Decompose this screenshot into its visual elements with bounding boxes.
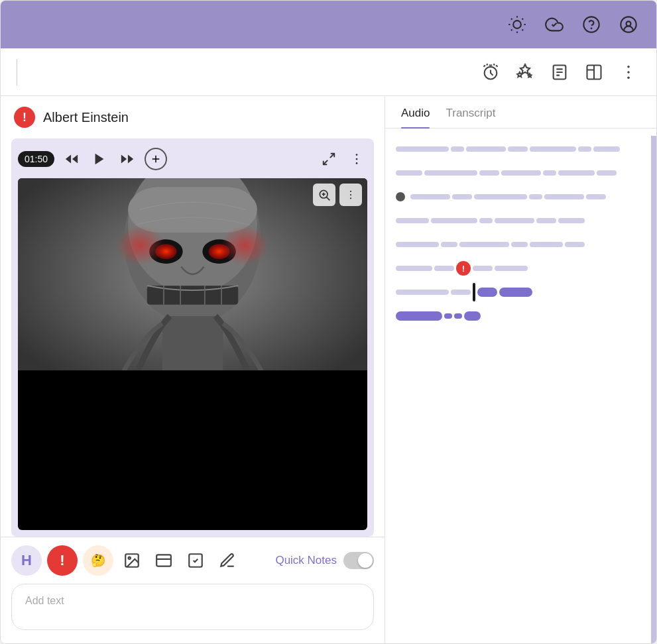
waveform-row: [396, 166, 643, 180]
layout-icon[interactable]: [582, 60, 606, 84]
play-button[interactable]: [89, 148, 110, 170]
app-container: ! Albert Einstein 01:50: [0, 0, 657, 644]
more-options-button[interactable]: [346, 148, 367, 170]
video-header: ! Albert Einstein: [1, 96, 385, 138]
svg-point-9: [583, 17, 599, 32]
zoom-button[interactable]: [313, 184, 335, 206]
wf-bar: [479, 170, 499, 176]
waveform-dot: [396, 192, 405, 201]
svg-line-3: [511, 19, 512, 20]
timer-icon[interactable]: [479, 60, 503, 84]
right-scrollbar-thumb[interactable]: [651, 136, 656, 643]
rewind-button[interactable]: [61, 148, 82, 170]
wf-bar: [511, 242, 528, 247]
tag-error-button[interactable]: !: [47, 545, 78, 576]
player-controls: 01:50: [18, 145, 367, 173]
video-thumbnail: [18, 178, 367, 370]
add-text-input[interactable]: [11, 584, 374, 630]
waveform-bars: [396, 283, 643, 301]
wf-bar-purple: [477, 288, 497, 297]
pen-tool-button[interactable]: [214, 547, 241, 574]
svg-rect-39: [147, 286, 238, 305]
wf-bar: [396, 170, 422, 176]
svg-line-26: [330, 154, 334, 158]
wf-bar: [565, 242, 585, 247]
wf-bar: [495, 266, 528, 271]
checkbox-tool-button[interactable]: [182, 547, 209, 574]
svg-point-36: [202, 239, 235, 264]
wf-bar: [396, 242, 439, 247]
video-more-button[interactable]: [339, 184, 362, 206]
svg-point-11: [621, 17, 636, 32]
expand-button[interactable]: [318, 148, 339, 170]
svg-line-7: [511, 29, 512, 30]
wf-bar: [473, 266, 493, 271]
svg-point-22: [627, 76, 630, 79]
svg-point-35: [149, 239, 182, 264]
toolbar-divider: [17, 59, 17, 85]
waveform-bars: [396, 170, 643, 176]
svg-line-4: [522, 29, 523, 30]
wf-bar: [597, 170, 617, 176]
wf-bar: [441, 242, 457, 247]
wf-bar: [396, 266, 432, 271]
wf-bar: [558, 218, 585, 223]
cloud-check-icon[interactable]: [542, 13, 566, 36]
svg-point-29: [356, 158, 358, 160]
image-tool-button[interactable]: [119, 547, 145, 574]
waveform-bars: !: [396, 261, 643, 276]
tab-transcript[interactable]: Transcript: [446, 107, 495, 128]
panel-tabs: Audio Transcript: [385, 96, 656, 129]
wf-bar: [543, 170, 556, 176]
card-tool-button[interactable]: [150, 547, 177, 574]
player-area: 01:50: [11, 138, 374, 537]
video-overlay-buttons: [313, 184, 362, 206]
wf-bar: [424, 170, 477, 176]
fast-forward-button[interactable]: [117, 148, 138, 170]
wf-bar: [451, 290, 471, 295]
quick-notes-area: Quick Notes: [275, 552, 374, 569]
svg-rect-57: [156, 555, 171, 566]
waveform-row-purple: [396, 309, 643, 323]
svg-point-20: [627, 66, 630, 68]
quick-notes-toggle[interactable]: [343, 552, 374, 569]
waveform-cursor: [473, 283, 475, 301]
brightness-icon[interactable]: [505, 13, 529, 36]
svg-point-30: [356, 162, 358, 164]
bottom-toolbar: H ! 🤔: [1, 537, 385, 584]
wf-bar: [593, 146, 620, 152]
tab-audio[interactable]: Audio: [401, 107, 430, 128]
waveform-bars: [396, 242, 643, 247]
waveform-row: [396, 142, 643, 156]
audio-waveform: !: [385, 129, 656, 643]
notes-icon[interactable]: [548, 60, 571, 84]
toolbar: [1, 48, 656, 96]
svg-rect-34: [128, 187, 257, 233]
main-content: ! Albert Einstein 01:50: [1, 96, 656, 643]
wf-bar-purple: [499, 288, 532, 297]
time-display: 01:50: [18, 151, 54, 167]
user-icon[interactable]: [617, 13, 640, 36]
left-panel: ! Albert Einstein 01:50: [1, 96, 385, 643]
add-button[interactable]: [145, 148, 167, 170]
wf-bar: [586, 194, 606, 199]
wf-bar: [544, 194, 584, 199]
svg-point-49: [350, 191, 351, 192]
wf-bar: [410, 194, 450, 199]
help-icon[interactable]: [579, 13, 603, 36]
svg-rect-44: [162, 316, 223, 370]
more-vertical-icon[interactable]: [617, 60, 640, 84]
tag-think-button[interactable]: 🤔: [83, 545, 113, 576]
wf-bar: [495, 218, 534, 223]
svg-line-8: [522, 19, 523, 20]
svg-point-50: [350, 194, 351, 195]
svg-point-32: [124, 178, 261, 323]
waveform-row-cursor: [396, 285, 643, 299]
wf-bar: [431, 218, 477, 223]
waveform-bars: [410, 194, 643, 199]
wf-bar: [508, 146, 528, 152]
add-text-area: [1, 584, 385, 643]
waveform-bars: [396, 311, 643, 321]
tag-h-button[interactable]: H: [11, 545, 42, 576]
magic-icon[interactable]: [513, 60, 537, 84]
